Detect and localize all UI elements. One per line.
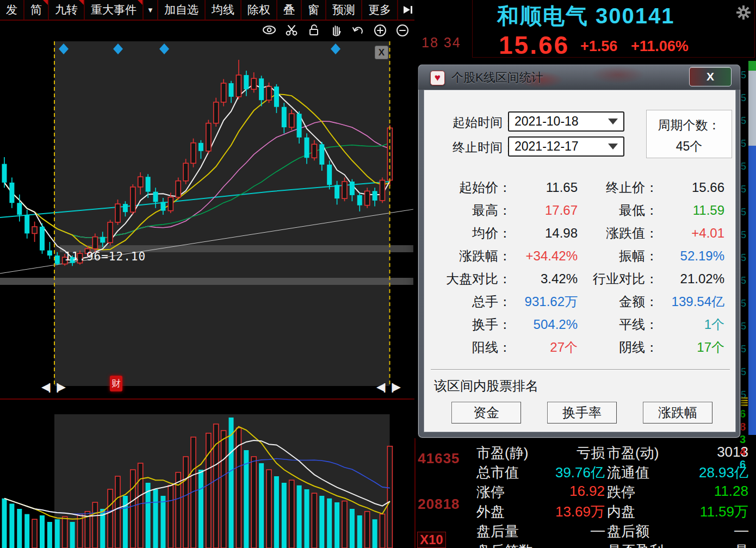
stat-value: — [524, 541, 605, 548]
stats-row: 市盈(静)亏损市盈(动)3013 [416, 444, 756, 463]
zoom-out-icon[interactable] [395, 23, 410, 38]
stat-value: 13.69万 [524, 502, 605, 521]
end-date-combobox[interactable]: 2021-12-17 [508, 136, 624, 157]
volume-bar-down [373, 519, 377, 548]
volume-bar-down [160, 496, 165, 548]
toolbar-dropdown-caret[interactable]: ▼ [144, 0, 158, 20]
lock-icon[interactable] [306, 23, 321, 38]
stat-label: 金额： [578, 293, 658, 310]
toolbar-item-加自选[interactable]: 加自选 [158, 0, 206, 20]
stat-value: 27个 [511, 339, 578, 356]
volume-bar-down [282, 483, 287, 548]
gear-icon[interactable] [736, 5, 751, 22]
stat-value: 17.67 [511, 203, 578, 218]
pan-left-inner-arrow[interactable]: |▶ [56, 381, 65, 393]
hidden-list-digit: 5 [741, 184, 746, 195]
stat-label: 涨停 [476, 483, 505, 502]
hidden-list-digit: 5 [741, 138, 746, 150]
stat-label: 总手： [437, 293, 511, 310]
candle-down [24, 215, 29, 233]
dialog-close-button[interactable]: X [689, 67, 732, 86]
candle-up [32, 227, 37, 233]
stat-value: 17个 [658, 339, 724, 356]
rank-button-涨跌幅[interactable]: 涨跌幅 [643, 402, 712, 424]
volume-bar-up [206, 433, 211, 548]
rank-button-换手率[interactable]: 换手率 [547, 402, 617, 424]
stat-label: 平线： [578, 316, 658, 333]
stat-value: 15.66 [658, 180, 724, 195]
eye-icon[interactable] [262, 23, 276, 38]
volume-bar-up [115, 476, 120, 548]
stat-value: 14.98 [511, 226, 578, 241]
stat-value: +34.42% [511, 248, 578, 264]
stat-label: 涨跌值： [578, 225, 658, 242]
toolbar-item-窗[interactable]: 窗 [302, 0, 326, 20]
scrollbar-thumb[interactable] [748, 146, 756, 435]
stat-label: 行业对比： [578, 270, 658, 288]
toolbar-item-重大事件[interactable]: 重大事件 [85, 0, 144, 20]
zoom-in-icon[interactable] [373, 23, 388, 38]
start-date-combobox[interactable]: 2021-10-18 [508, 111, 624, 132]
candle-up [251, 78, 256, 89]
stat-label: 涨跌幅： [437, 247, 511, 265]
toolbar-item-除权[interactable]: 除权 [241, 0, 277, 20]
toolbar-item-预测[interactable]: 预测 [326, 0, 362, 20]
start-date-label: 起始时间： [453, 114, 515, 131]
candle-up [221, 83, 226, 102]
toolbar-item-九转[interactable]: 九转 [49, 0, 85, 20]
stats-row: 均价：14.98涨跌值：+4.01 [437, 222, 724, 245]
kline-volume-chart[interactable] [0, 22, 414, 548]
candle-down [199, 143, 203, 151]
stats-row: 最高：17.67最低：11.59 [437, 199, 724, 222]
stat-value: 3013 [667, 444, 748, 460]
toolbar-item-叠[interactable]: 叠 [277, 0, 302, 20]
cai-news-badge[interactable]: 财 [110, 376, 122, 391]
volume-bar-down [55, 519, 60, 548]
volume-bar-down [47, 522, 52, 548]
kline-pane[interactable]: X 11.96=12.10 财 ◀| |▶ ◀| |▶ [0, 22, 414, 548]
pan-right-inner-arrow[interactable]: |▶ [391, 381, 400, 393]
stat-label: 换手： [437, 316, 511, 333]
stat-label: 大盘对比： [437, 270, 511, 288]
volume-bar-up [342, 501, 347, 548]
candle-down [297, 114, 302, 138]
toolbar-item-发[interactable]: 发 [0, 0, 24, 20]
undo-icon[interactable] [351, 23, 365, 38]
trading-app-screen: 发简九转重大事件▼加自选均线除权叠窗预测更多▼ X 11.96=12.10 财 … [0, 0, 756, 548]
period-count-value: 45个 [647, 138, 732, 155]
stat-label: 均价： [437, 225, 511, 242]
volume-bar-up [131, 470, 135, 548]
stat-value: +4.01 [658, 226, 724, 241]
candle-down [244, 75, 249, 89]
scissors-icon[interactable] [284, 23, 299, 38]
toolbar-item-均线[interactable]: 均线 [206, 0, 241, 20]
chevron-down-icon [608, 119, 618, 124]
highlight-band-2 [0, 278, 413, 285]
candle-down [282, 107, 287, 127]
stats-row: 阳线：27个阴线：17个 [437, 336, 724, 359]
skip-forward-icon[interactable] [402, 5, 414, 14]
candle-up [236, 75, 241, 97]
quote-time: 18 34 [422, 35, 461, 51]
rank-button-资金[interactable]: 资金 [451, 402, 521, 424]
volume-bar-up [289, 480, 294, 548]
scrollbar-track[interactable] [748, 71, 756, 146]
pan-right-outer-arrow[interactable]: ◀| [376, 381, 385, 393]
hidden-list-digit: 5 [741, 115, 746, 127]
stat-value: 11.59万 [667, 502, 748, 521]
pan-left-outer-arrow[interactable]: ◀| [41, 381, 50, 393]
stat-label: 最高： [437, 202, 511, 219]
hand-icon[interactable] [329, 23, 343, 38]
price-range-annotation: 11.96=12.10 [64, 250, 146, 263]
volume-bar-up [251, 457, 256, 548]
candle-down [160, 202, 165, 210]
toolbar-item-简[interactable]: 简 [24, 0, 49, 20]
toolbar-item-更多[interactable]: 更多 [362, 0, 398, 20]
stat-label: 市盈(动) [607, 444, 659, 463]
candle-up [138, 177, 143, 187]
hidden-list-digit: 5 [741, 70, 746, 81]
volume-bar-down [17, 509, 22, 548]
hidden-list-digit: 5 [741, 92, 746, 104]
selection-close-icon[interactable]: X [375, 46, 388, 59]
candle-down [17, 203, 22, 215]
